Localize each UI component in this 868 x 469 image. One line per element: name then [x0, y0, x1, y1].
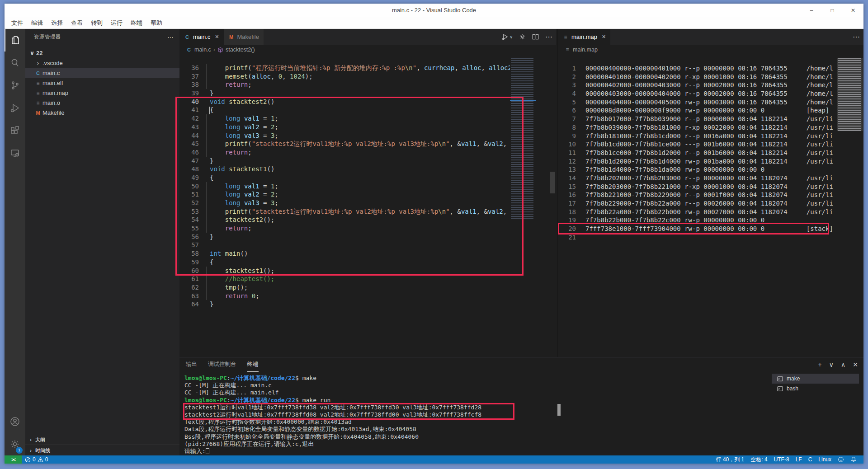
menu-item-转到[interactable]: 转到: [87, 17, 107, 29]
map-line-17[interactable]: 177f7b8b229000-7f7b8b22a000 r--p 0002600…: [558, 199, 863, 208]
sidebar-item-main.c[interactable]: Cmain.c: [25, 68, 179, 78]
explorer-icon[interactable]: [5, 29, 25, 52]
sidebar-item-.vscode[interactable]: ›.vscode: [25, 58, 179, 68]
sidebar-item-main.o[interactable]: ≡main.o: [25, 98, 179, 108]
code-line-36[interactable]: 36 printf("程序运行时当前堆指针:%p 新分配的堆内存:%p :%p\…: [179, 64, 556, 72]
map-line-18[interactable]: 187f7b8b22a000-7f7b8b22b000 rw-p 0002700…: [558, 208, 863, 216]
source-control-icon[interactable]: [5, 74, 25, 97]
menu-item-查看[interactable]: 查看: [67, 17, 87, 29]
code-line-63[interactable]: 63 return 0;: [179, 292, 556, 300]
annotation-box-map-stack: [558, 223, 829, 234]
menu-item-终端[interactable]: 终端: [127, 17, 146, 29]
maximize-panel-icon[interactable]: ∧: [841, 361, 845, 368]
tab-main-c[interactable]: C main.c ✕: [179, 29, 224, 45]
code-line-38[interactable]: 38 return;: [179, 80, 556, 89]
sidebar-item-main.elf[interactable]: ≡main.elf: [25, 78, 179, 88]
breadcrumb-symbol[interactable]: stacktest2(): [226, 47, 255, 53]
map-line-16[interactable]: 167f7b8b221000-7f7b8b229000 r--p 0001f00…: [558, 191, 863, 199]
cursor-position[interactable]: 行 40，列 1: [713, 455, 748, 464]
indentation[interactable]: 空格: 4: [747, 455, 770, 464]
timeline-section[interactable]: › 时间线: [25, 445, 179, 455]
code-line-37[interactable]: 37 memset(alloc, 0, 1024);: [179, 72, 556, 81]
map-line-7[interactable]: 77f7b8b017000-7f7b8b039000 r--p 00000000…: [558, 115, 863, 123]
map-line-9[interactable]: 97f7b8b181000-7f7b8b1cd000 r--p 0016a000…: [558, 132, 863, 141]
code-line-64[interactable]: 64}: [179, 300, 556, 309]
remote-indicator-icon[interactable]: ><: [5, 455, 22, 464]
encoding[interactable]: UTF-8: [771, 455, 793, 464]
outline-section[interactable]: › 大纲: [25, 434, 179, 445]
activity-bar-bottom: 1: [5, 410, 25, 455]
code-line-39[interactable]: 39}: [179, 89, 556, 98]
menu-item-运行[interactable]: 运行: [107, 17, 127, 29]
close-tab-icon[interactable]: ✕: [215, 34, 219, 40]
problems-status[interactable]: 0 0: [22, 455, 51, 464]
run-debug-icon[interactable]: [5, 97, 25, 119]
minimap[interactable]: [837, 58, 863, 187]
notifications-bell-icon[interactable]: [847, 455, 860, 464]
map-line-6[interactable]: 60000008d8000-0000008f9000 rw-p 00000000…: [558, 106, 863, 115]
minimap-slider[interactable]: [837, 58, 863, 131]
sidebar-item-Makefile[interactable]: MMakefile: [25, 108, 179, 118]
menu-item-帮助[interactable]: 帮助: [146, 17, 166, 29]
split-editor-icon[interactable]: [532, 33, 539, 40]
close-panel-icon[interactable]: ✕: [853, 361, 858, 368]
tab-makefile[interactable]: M Makefile: [224, 29, 264, 45]
breadcrumb-file[interactable]: main.map: [573, 47, 598, 53]
breadcrumb[interactable]: ≡ main.map: [558, 45, 863, 55]
map-line-3[interactable]: 3000000402000-000000403000 r--p 00002000…: [558, 81, 863, 89]
close-tab-icon[interactable]: ✕: [602, 34, 606, 40]
terminal-scrollbar[interactable]: [557, 404, 561, 416]
run-c-file-icon[interactable]: ∨: [502, 33, 513, 40]
map-line-10[interactable]: 107f7b8b1cd000-7f7b8b1ce000 ---p 001b600…: [558, 140, 863, 149]
gear-icon[interactable]: [519, 33, 526, 40]
account-icon[interactable]: [5, 410, 25, 433]
panel-tab-调试控制台[interactable]: 调试控制台: [208, 357, 236, 372]
panel-tab-终端[interactable]: 终端: [247, 357, 259, 372]
new-terminal-icon[interactable]: +: [818, 361, 822, 368]
code-line-62[interactable]: 62 tmp();: [179, 283, 556, 292]
eol-sequence[interactable]: LF: [793, 455, 805, 464]
code-line-61[interactable]: 61 //heaptest();: [179, 275, 556, 283]
breadcrumb[interactable]: C main.c › stacktest2(): [179, 45, 556, 55]
sidebar-item-main.map[interactable]: ≡main.map: [25, 88, 179, 98]
map-line-12[interactable]: 127f7b8b1d2000-7f7b8b1d4000 rw-p 001ba00…: [558, 157, 863, 166]
search-icon[interactable]: [5, 52, 25, 74]
panel-tab-输出[interactable]: 输出: [186, 357, 197, 372]
map-line-11[interactable]: 117f7b8b1ce000-7f7b8b1d2000 r--p 001b600…: [558, 149, 863, 157]
map-line-14[interactable]: 147f7b8b202000-7f7b8b203000 r--p 0000000…: [558, 174, 863, 183]
minimize-icon[interactable]: –: [801, 4, 822, 17]
sidebar-item-root[interactable]: ∨ 22: [25, 48, 179, 58]
map-line-8[interactable]: 87f7b8b039000-7f7b8b181000 r-xp 00022000…: [558, 123, 863, 132]
more-actions-icon[interactable]: ⋯: [545, 33, 552, 41]
close-icon[interactable]: ✕: [843, 4, 863, 17]
map-line-13[interactable]: 137f7b8b1d4000-7f7b8b1da000 rw-p 0000000…: [558, 165, 863, 174]
map-line-2[interactable]: 2000000401000-000000402000 r-xp 00001000…: [558, 73, 863, 81]
titlebar: main.c - 22 - Visual Studio Code – □ ✕: [5, 4, 863, 17]
language-mode[interactable]: C: [805, 455, 816, 464]
terminal-instance-bash[interactable]: bash: [772, 384, 859, 394]
explorer-sidebar: 资源管理器 ⋯ ∨ 22 ›.vscodeCmain.c≡main.elf≡ma…: [25, 29, 179, 455]
settings-gear-icon[interactable]: 1: [5, 433, 25, 455]
menu-item-编辑[interactable]: 编辑: [27, 17, 47, 29]
remote-explorer-icon[interactable]: [5, 142, 25, 164]
line-number: 39: [179, 89, 199, 98]
map-line-1[interactable]: 1000000400000-000000401000 r--p 00000000…: [558, 64, 863, 73]
terminal-instance-make[interactable]: make: [772, 374, 859, 384]
more-actions-icon[interactable]: ⋯: [167, 33, 174, 41]
menu-item-文件[interactable]: 文件: [7, 17, 27, 29]
vertical-scrollbar[interactable]: [550, 172, 555, 193]
terminal-dropdown-icon[interactable]: ∨: [829, 361, 834, 368]
tab-main-map[interactable]: ≡ main.map ✕: [558, 29, 610, 45]
remote-os[interactable]: Linux: [815, 455, 835, 464]
map-line-5[interactable]: 5000000404000-000000405000 rw-p 00003000…: [558, 98, 863, 107]
file-label: .vscode: [42, 58, 63, 68]
extensions-icon[interactable]: [5, 119, 25, 142]
more-actions-icon[interactable]: ⋯: [853, 33, 860, 41]
feedback-icon[interactable]: [835, 455, 847, 464]
map-editor[interactable]: 1000000400000-000000401000 r--p 00000000…: [558, 55, 863, 357]
map-line-15[interactable]: 157f7b8b203000-7f7b8b221000 r-xp 0000100…: [558, 183, 863, 191]
menu-item-选择[interactable]: 选择: [47, 17, 67, 29]
breadcrumb-file[interactable]: main.c: [194, 47, 211, 53]
maximize-icon[interactable]: □: [822, 4, 843, 17]
map-line-4[interactable]: 4000000403000-000000404000 r--p 00002000…: [558, 89, 863, 98]
